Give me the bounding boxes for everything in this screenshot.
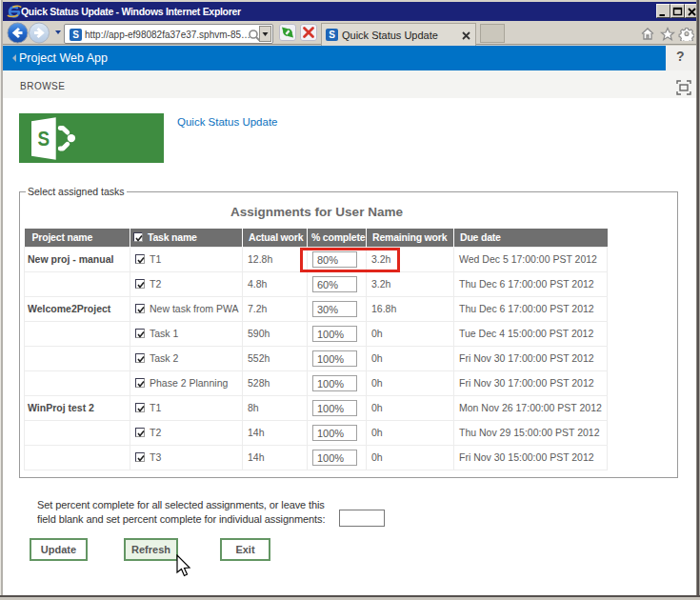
svg-text:S: S xyxy=(37,127,50,150)
svg-text:S: S xyxy=(72,30,79,40)
svg-text:S: S xyxy=(329,30,335,40)
